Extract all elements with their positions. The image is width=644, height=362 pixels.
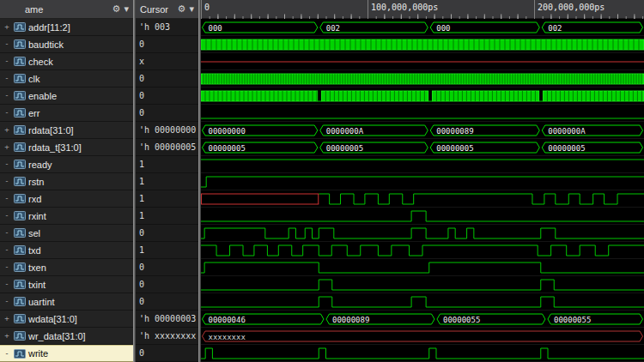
tree-dash-icon: - (3, 246, 11, 254)
waveform-viewer: ame ⚙ ▾ +addr[11:2]-baudtick-check-clk-e… (0, 0, 644, 362)
signal-icon (14, 74, 26, 83)
signal-icon (14, 331, 26, 341)
waveform-row[interactable] (201, 276, 644, 293)
waveform-row[interactable] (201, 156, 644, 173)
signal-icon (14, 194, 26, 203)
signal-name-row[interactable]: -txd (0, 242, 133, 259)
cursor-value: 'h 00000000 (136, 122, 198, 139)
expander-icon[interactable]: + (3, 315, 11, 323)
svg-text:00000005: 00000005 (548, 143, 585, 152)
waveform-svg (201, 156, 644, 173)
cursor-value: 0 (136, 225, 198, 242)
svg-text:00000005: 00000005 (209, 143, 246, 152)
signal-name-row[interactable]: +wr_data[31:0] (0, 328, 133, 345)
cursor-value: 'h 003 (136, 19, 198, 36)
timeline-svg: 0100,000,000ps200,000,000ps (201, 0, 644, 19)
waveform-row[interactable] (201, 225, 644, 242)
signal-icon (14, 297, 26, 306)
signal-name-row[interactable]: +addr[11:2] (0, 19, 133, 36)
svg-text:0: 0 (204, 3, 210, 12)
waveform-svg (201, 70, 644, 87)
signal-label: baudtick (28, 39, 64, 50)
signal-icon (14, 57, 26, 66)
cursor-value: 'h xxxxxxxx (136, 328, 198, 345)
cursor-panel: Cursor ⚙ ▾ 'h 0030x000'h 00000000'h 0000… (136, 0, 198, 362)
waveform-row[interactable] (201, 105, 644, 122)
signal-name-row[interactable]: -uartint (0, 293, 133, 311)
signal-name-row[interactable]: -clk (0, 70, 133, 87)
signal-name-row[interactable]: -rxd (0, 190, 133, 208)
signal-label: sel (28, 228, 40, 238)
signal-name-row[interactable]: -rstn (0, 173, 133, 190)
waveform-row[interactable] (201, 70, 644, 87)
gear-icon[interactable]: ⚙ (112, 4, 121, 14)
signal-icon (14, 22, 26, 32)
signal-name-row[interactable]: -baudtick (0, 36, 133, 53)
svg-text:002: 002 (326, 23, 340, 32)
svg-text:000: 000 (436, 23, 450, 32)
menu-icon[interactable]: ▾ (189, 4, 194, 14)
cursor-value: 'h 00000005 (136, 139, 198, 156)
waveform-row[interactable]: xxxxxxxx (201, 328, 644, 345)
expander-icon[interactable]: + (3, 23, 11, 31)
waveform-row[interactable]: 00000046000000890000005500000055 (201, 311, 644, 328)
timeline-ruler[interactable]: 0100,000,000ps200,000,000ps (201, 0, 644, 19)
gear-icon[interactable]: ⚙ (178, 4, 186, 14)
signal-name-row[interactable]: -txint (0, 276, 133, 293)
waveform-row[interactable] (201, 53, 644, 70)
signal-icon (14, 349, 26, 359)
cursor-value: 1 (136, 190, 198, 208)
signal-name-row[interactable]: -err (0, 105, 133, 122)
signal-name-row[interactable]: -enable (0, 87, 133, 105)
cursor-header: Cursor ⚙ ▾ (136, 0, 198, 19)
signal-name-row[interactable]: -ready (0, 156, 133, 173)
signal-name-row[interactable]: -check (0, 53, 133, 70)
waveform-row[interactable] (201, 87, 644, 105)
tree-dash-icon: - (3, 109, 11, 117)
waveform-row[interactable] (201, 242, 644, 259)
signal-label: rstn (28, 177, 44, 187)
signal-name-row[interactable]: +rdata_t[31:0] (0, 139, 133, 156)
tree-dash-icon: - (3, 57, 11, 65)
signal-icon (14, 91, 26, 100)
cursor-value: 1 (136, 242, 198, 259)
expander-icon[interactable]: + (3, 126, 11, 134)
waveform-svg: 00000005000000050000000500000005 (201, 139, 644, 156)
signal-name-row[interactable]: +wdata[31:0] (0, 311, 133, 328)
cursor-value: 0 (136, 87, 198, 105)
waveform-row[interactable] (201, 190, 644, 208)
signal-icon (14, 228, 26, 238)
waveform-svg (201, 242, 644, 259)
waveform-row[interactable]: 000002000002 (201, 19, 644, 36)
svg-text:00000005: 00000005 (326, 143, 363, 152)
signal-name-row[interactable]: -rxint (0, 208, 133, 225)
signal-name-row[interactable]: +rdata[31:0] (0, 122, 133, 139)
cursor-value: 'h 00000003 (136, 311, 198, 328)
signal-label: txint (28, 280, 46, 290)
waveform-svg: 000002000002 (201, 19, 644, 36)
signal-name-row[interactable]: -write (0, 345, 133, 362)
signal-label: enable (28, 91, 57, 101)
expander-icon[interactable]: + (3, 143, 11, 151)
tree-dash-icon: - (3, 350, 11, 358)
waveform-svg (201, 173, 644, 190)
waveform-svg: xxxxxxxx (201, 328, 644, 345)
waveform-row[interactable] (201, 293, 644, 311)
waveform-row[interactable] (201, 345, 644, 362)
svg-text:100,000,000ps: 100,000,000ps (371, 3, 438, 12)
waveform-row[interactable] (201, 36, 644, 53)
signal-name-list: +addr[11:2]-baudtick-check-clk-enable-er… (0, 19, 133, 362)
menu-icon[interactable]: ▾ (124, 4, 129, 14)
signal-icon (14, 39, 26, 49)
waveform-row[interactable]: 000000000000000A000000890000000A (201, 122, 644, 139)
waveform-row[interactable] (201, 208, 644, 225)
signal-icon (14, 211, 26, 220)
waveform-row[interactable]: 00000005000000050000000500000005 (201, 139, 644, 156)
waveform-row[interactable] (201, 173, 644, 190)
signal-icon (14, 280, 26, 289)
signal-name-row[interactable]: -sel (0, 225, 133, 242)
waveform-row[interactable] (201, 259, 644, 276)
signal-icon (14, 142, 26, 152)
signal-name-row[interactable]: -txen (0, 259, 133, 276)
expander-icon[interactable]: + (3, 332, 11, 340)
